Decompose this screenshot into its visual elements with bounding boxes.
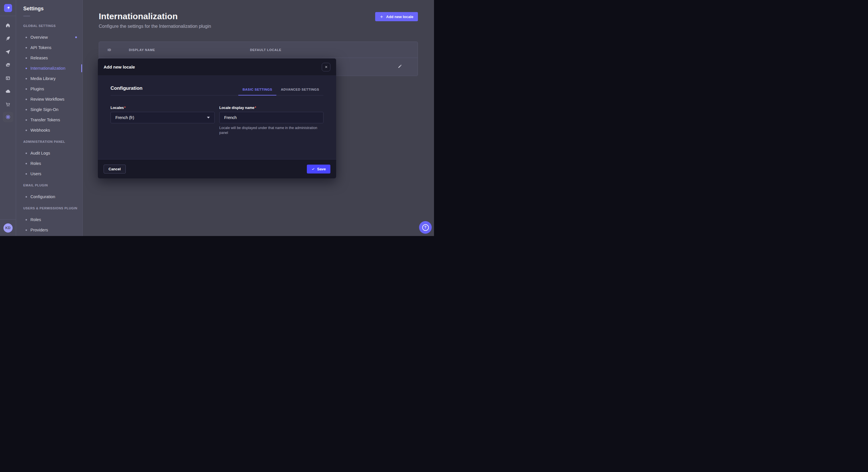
modal-header: Add new locale [98,59,336,76]
modal-body: Configuration BASIC SETTINGS ADVANCED SE… [98,76,336,159]
locales-label-text: Locales [111,106,124,110]
display-name-field-group: Locale display name* French Locale will … [219,106,323,135]
modal-title: Add new locale [104,65,135,69]
close-modal-button[interactable] [322,63,330,71]
add-locale-modal: Add new locale Configuration BASIC SETTI… [98,59,336,178]
locales-select-value: French (fr) [115,115,134,120]
cancel-button[interactable]: Cancel [104,165,126,173]
locales-field-group: Locales* French (fr) [111,106,215,135]
locales-select[interactable]: French (fr) [111,112,215,123]
display-name-input[interactable]: French [219,112,323,123]
configuration-header-row: Configuration BASIC SETTINGS ADVANCED SE… [111,86,323,96]
tab-advanced-settings[interactable]: ADVANCED SETTINGS [276,88,323,95]
chevron-down-icon [207,117,210,119]
configuration-title: Configuration [111,86,143,95]
display-name-label: Locale display name* [219,106,323,110]
tab-basic-settings[interactable]: BASIC SETTINGS [238,88,276,95]
required-asterisk: * [255,106,256,110]
form-fields: Locales* French (fr) Locale display name… [111,106,323,135]
save-button[interactable]: Save [307,165,330,173]
save-button-label: Save [317,167,326,171]
strapi-admin-screen: KD Settings GLOBAL SETTINGS Overview API… [0,0,434,236]
modal-footer: Cancel Save [98,159,336,178]
display-name-label-text: Locale display name [219,106,254,110]
display-name-input-value: French [224,115,237,120]
required-asterisk: * [124,106,126,110]
check-icon [311,167,315,171]
settings-tabs: BASIC SETTINGS ADVANCED SETTINGS [238,88,323,95]
close-icon [324,65,328,69]
display-name-hint: Locale will be displayed under that name… [219,126,323,135]
locales-label: Locales* [111,106,215,110]
